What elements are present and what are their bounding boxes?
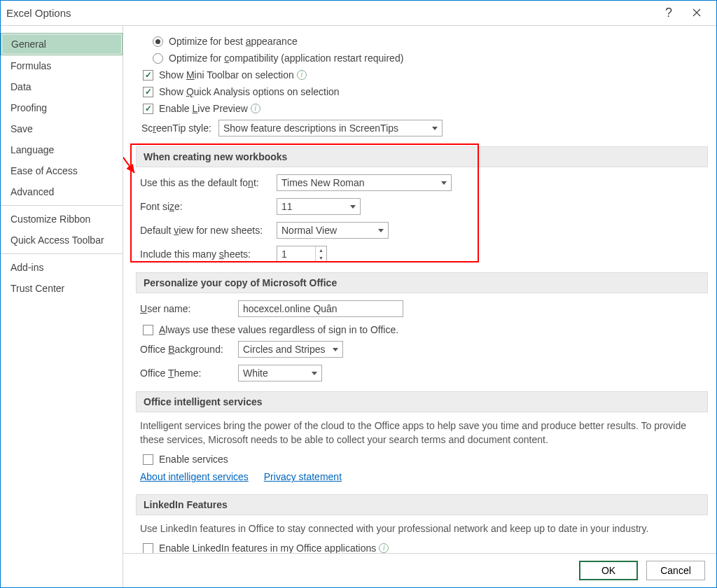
about-intelligent-services-link[interactable]: About intelligent services bbox=[140, 471, 249, 482]
sidebar-separator bbox=[1, 205, 123, 206]
radio-label: Optimize for compatibility (application … bbox=[169, 52, 403, 64]
info-icon[interactable] bbox=[251, 104, 260, 113]
linkedin-description: Use LinkedIn features in Office to stay … bbox=[140, 522, 708, 536]
intelligent-services-description: Intelligent services bring the power of … bbox=[140, 419, 708, 447]
sidebar-item-quick-access-toolbar[interactable]: Quick Access Toolbar bbox=[1, 230, 123, 251]
annotation-arrow-icon bbox=[123, 26, 137, 43]
chevron-up-icon[interactable]: ▲ bbox=[316, 246, 326, 254]
sidebar-item-proofing[interactable]: Proofing bbox=[1, 97, 123, 118]
sidebar-item-advanced[interactable]: Advanced bbox=[1, 181, 123, 202]
default-font-combo[interactable]: Times New Roman bbox=[277, 174, 452, 191]
close-button[interactable] bbox=[683, 8, 711, 19]
default-font-label: Use this as the default font: bbox=[140, 177, 277, 188]
checkbox-label: Always use these values regardless of si… bbox=[159, 324, 398, 335]
checkbox-label: Enable LinkedIn features in my Office ap… bbox=[159, 542, 376, 553]
checkbox-icon bbox=[143, 543, 153, 553]
enable-services-checkbox[interactable]: Enable services bbox=[126, 454, 708, 465]
radio-icon bbox=[153, 53, 163, 64]
combo-value: Normal View bbox=[281, 225, 337, 236]
titlebar: Excel Options ? bbox=[1, 1, 716, 26]
info-icon[interactable] bbox=[379, 543, 389, 553]
font-size-combo[interactable]: 11 bbox=[277, 198, 361, 215]
sidebar-item-customize-ribbon[interactable]: Customize Ribbon bbox=[1, 209, 123, 230]
checkbox-icon bbox=[143, 70, 153, 80]
chevron-down-icon[interactable]: ▼ bbox=[316, 254, 326, 262]
combo-value: 11 bbox=[281, 201, 293, 212]
options-panel[interactable]: Optimize for best appearance Optimize fo… bbox=[123, 26, 716, 553]
category-sidebar: GeneralFormulasDataProofingSaveLanguageE… bbox=[1, 26, 123, 587]
sidebar-separator bbox=[1, 253, 123, 254]
radio-icon bbox=[153, 36, 163, 47]
username-label: User name: bbox=[140, 303, 238, 314]
default-view-combo[interactable]: Normal View bbox=[277, 222, 389, 239]
privacy-statement-link[interactable]: Privacy statement bbox=[264, 471, 342, 482]
office-theme-label: Office Theme: bbox=[140, 368, 238, 379]
sidebar-item-save[interactable]: Save bbox=[1, 118, 123, 139]
office-theme-combo[interactable]: White bbox=[238, 365, 322, 382]
excel-options-dialog: Excel Options ? GeneralFormulasDataProof… bbox=[0, 0, 717, 588]
mini-toolbar-checkbox[interactable]: Show Mini Toolbar on selection bbox=[126, 69, 708, 80]
office-background-label: Office Background: bbox=[140, 344, 238, 355]
sidebar-item-formulas[interactable]: Formulas bbox=[1, 55, 123, 76]
always-values-checkbox[interactable]: Always use these values regardless of si… bbox=[126, 324, 708, 335]
sheets-count-label: Include this many sheets: bbox=[140, 248, 277, 260]
sidebar-item-trust-center[interactable]: Trust Center bbox=[1, 278, 123, 299]
optimize-appearance-radio[interactable]: Optimize for best appearance bbox=[136, 36, 708, 47]
checkbox-label: Enable services bbox=[159, 454, 228, 465]
help-button[interactable]: ? bbox=[655, 6, 683, 20]
window-title: Excel Options bbox=[6, 7, 655, 19]
section-linkedin: LinkedIn Features bbox=[136, 494, 708, 515]
checkbox-icon bbox=[143, 104, 153, 114]
textbox-value: hocexcel.online Quân bbox=[243, 303, 337, 314]
sidebar-item-ease-of-access[interactable]: Ease of Access bbox=[1, 160, 123, 181]
cancel-button[interactable]: Cancel bbox=[646, 561, 705, 580]
section-intelligent-services: Office intelligent services bbox=[136, 391, 708, 412]
sidebar-item-general[interactable]: General bbox=[1, 33, 123, 55]
enable-linkedin-checkbox[interactable]: Enable LinkedIn features in my Office ap… bbox=[126, 542, 708, 553]
default-view-label: Default view for new sheets: bbox=[140, 225, 277, 236]
spinner-value: 1 bbox=[281, 248, 287, 260]
username-input[interactable]: hocexcel.online Quân bbox=[238, 300, 403, 317]
checkbox-label: Show Quick Analysis options on selection bbox=[159, 86, 340, 97]
sidebar-item-data[interactable]: Data bbox=[1, 76, 123, 97]
info-icon[interactable] bbox=[297, 70, 307, 80]
radio-label: Optimize for best appearance bbox=[169, 36, 298, 47]
checkbox-icon bbox=[143, 454, 153, 465]
dialog-footer: OK Cancel bbox=[123, 553, 716, 587]
checkbox-icon bbox=[143, 87, 153, 97]
checkbox-label: Show Mini Toolbar on selection bbox=[159, 69, 294, 80]
checkbox-label: Enable Live Preview bbox=[159, 103, 248, 114]
section-personalize: Personalize your copy of Microsoft Offic… bbox=[136, 272, 708, 293]
live-preview-checkbox[interactable]: Enable Live Preview bbox=[126, 103, 708, 114]
combo-value: White bbox=[243, 368, 268, 379]
ok-button[interactable]: OK bbox=[579, 561, 638, 580]
office-background-combo[interactable]: Circles and Stripes bbox=[238, 341, 343, 358]
screentip-combo[interactable]: Show feature descriptions in ScreenTips bbox=[218, 120, 443, 136]
combo-value: Show feature descriptions in ScreenTips bbox=[223, 122, 398, 134]
screentip-label: ScreenTip style: bbox=[141, 122, 218, 134]
sidebar-item-add-ins[interactable]: Add-ins bbox=[1, 257, 123, 278]
combo-value: Times New Roman bbox=[281, 177, 365, 188]
sheets-count-spinner[interactable]: 1 ▲▼ bbox=[277, 246, 327, 262]
font-size-label: Font size: bbox=[140, 201, 277, 212]
quick-analysis-checkbox[interactable]: Show Quick Analysis options on selection bbox=[126, 86, 708, 97]
close-icon bbox=[692, 8, 701, 17]
combo-value: Circles and Stripes bbox=[243, 344, 326, 355]
sidebar-item-language[interactable]: Language bbox=[1, 139, 123, 160]
optimize-compatibility-radio[interactable]: Optimize for compatibility (application … bbox=[136, 52, 708, 64]
section-new-workbooks: When creating new workbooks bbox=[136, 146, 708, 167]
checkbox-icon bbox=[143, 325, 153, 335]
